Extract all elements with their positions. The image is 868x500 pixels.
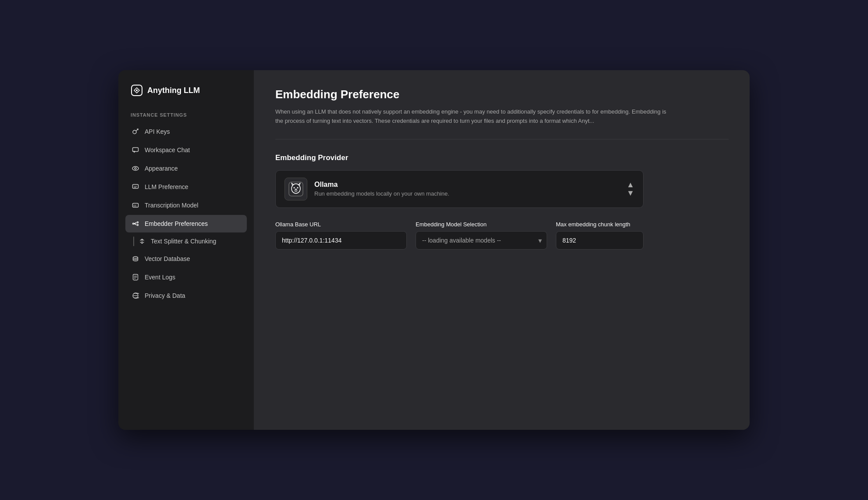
- divider: [275, 139, 729, 139]
- svg-point-5: [135, 168, 136, 169]
- privacy-icon: [132, 292, 139, 300]
- model-selection-label: Embedding Model Selection: [416, 221, 547, 228]
- main-content: Embedding Preference When using an LLM t…: [254, 70, 750, 430]
- sidebar-item-llm-preference[interactable]: LLM Preference: [125, 178, 247, 196]
- chevron-updown-icon: ▲ ▼: [626, 181, 634, 197]
- model-selection-field: Embedding Model Selection -- loading ava…: [416, 221, 547, 250]
- sidebar-label-api-keys: API Keys: [145, 128, 170, 135]
- split-icon: [139, 238, 146, 245]
- svg-point-22: [295, 189, 297, 189]
- sidebar-item-appearance[interactable]: Appearance: [125, 160, 247, 177]
- sidebar-label-vector-db: Vector Database: [145, 255, 190, 262]
- provider-info: Ollama Run embedding models locally on y…: [314, 181, 449, 197]
- sidebar-label-transcription: Transcription Model: [145, 202, 198, 209]
- svg-point-19: [292, 184, 300, 193]
- key-icon: [132, 128, 139, 136]
- chunk-length-input[interactable]: [556, 231, 644, 250]
- sidebar-label-workspace-chat: Workspace Chat: [145, 146, 190, 154]
- base-url-input[interactable]: [275, 231, 407, 250]
- provider-logo: [285, 178, 307, 200]
- svg-text:CC: CC: [134, 204, 137, 207]
- sidebar-item-workspace-chat[interactable]: Workspace Chat: [125, 141, 247, 159]
- sidebar: Anything LLM INSTANCE SETTINGS API Keys …: [118, 70, 254, 430]
- provider-name: Ollama: [314, 181, 449, 189]
- provider-selector[interactable]: Ollama Run embedding models locally on y…: [275, 170, 644, 208]
- sidebar-item-event-logs[interactable]: Event Logs: [125, 268, 247, 286]
- sidebar-label-event-logs: Event Logs: [145, 274, 175, 281]
- sidebar-item-text-splitter[interactable]: Text Splitter & Chunking: [125, 233, 247, 249]
- app-container: Anything LLM INSTANCE SETTINGS API Keys …: [118, 70, 750, 430]
- sidebar-item-api-keys[interactable]: API Keys: [125, 123, 247, 140]
- svg-point-10: [137, 222, 139, 223]
- page-title: Embedding Preference: [275, 88, 729, 101]
- section-label: INSTANCE SETTINGS: [125, 112, 247, 118]
- svg-point-20: [294, 187, 295, 188]
- svg-point-11: [137, 225, 139, 226]
- sidebar-item-privacy-data[interactable]: Privacy & Data: [125, 287, 247, 304]
- sidebar-label-privacy: Privacy & Data: [145, 292, 185, 299]
- provider-left: Ollama Run embedding models locally on y…: [285, 178, 449, 200]
- svg-point-21: [297, 187, 299, 188]
- svg-point-4: [132, 167, 139, 171]
- db-icon: [132, 255, 139, 263]
- eye-icon: [132, 164, 139, 172]
- sidebar-item-transcription-model[interactable]: CC Transcription Model: [125, 196, 247, 214]
- svg-point-1: [136, 89, 138, 91]
- svg-rect-3: [133, 148, 139, 152]
- sidebar-label-text-splitter: Text Splitter & Chunking: [151, 238, 216, 245]
- cc-icon: CC: [132, 201, 139, 209]
- embed-icon: [132, 220, 139, 228]
- sidebar-label-embedder: Embedder Preferences: [145, 220, 208, 227]
- logo-area: Anything LLM: [125, 81, 247, 100]
- embedding-provider-label: Embedding Provider: [275, 154, 729, 162]
- fields-row: Ollama Base URL Embedding Model Selectio…: [275, 221, 644, 250]
- logo-text: Anything LLM: [147, 86, 200, 95]
- sidebar-item-embedder-preferences[interactable]: Embedder Preferences: [125, 215, 247, 232]
- model-select-wrap: -- loading available models --: [416, 231, 547, 250]
- logo-icon: [131, 84, 143, 96]
- llm-icon: [132, 183, 139, 191]
- chunk-length-label: Max embedding chunk length: [556, 221, 644, 228]
- base-url-label: Ollama Base URL: [275, 221, 407, 228]
- sidebar-item-vector-database[interactable]: Vector Database: [125, 250, 247, 268]
- page-description: When using an LLM that does not natively…: [275, 107, 670, 126]
- sidebar-label-appearance: Appearance: [145, 165, 178, 172]
- base-url-field: Ollama Base URL: [275, 221, 407, 250]
- log-icon: [132, 273, 139, 281]
- svg-point-2: [133, 130, 136, 134]
- provider-desc: Run embedding models locally on your own…: [314, 190, 449, 197]
- chunk-length-field: Max embedding chunk length: [556, 221, 644, 250]
- model-select[interactable]: -- loading available models --: [416, 231, 547, 250]
- svg-point-12: [133, 257, 138, 258]
- sidebar-label-llm-preference: LLM Preference: [145, 183, 189, 190]
- chat-icon: [132, 146, 139, 154]
